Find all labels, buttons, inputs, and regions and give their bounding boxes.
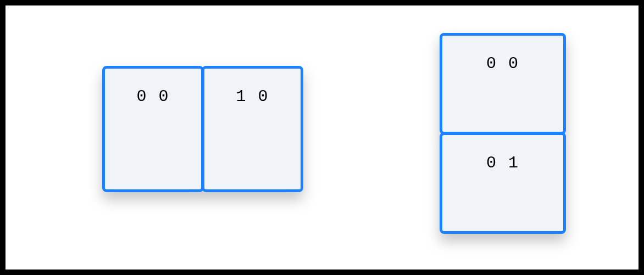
box-group-horizontal: 0 0 1 0 — [102, 66, 303, 192]
diagram-canvas: 0 0 1 0 0 0 0 1 — [5, 5, 639, 270]
grid-box: 1 0 — [202, 66, 303, 192]
box-group-vertical: 0 0 0 1 — [440, 33, 566, 234]
grid-box: 0 1 — [440, 132, 566, 234]
box-coordinate-label: 1 0 — [236, 87, 269, 106]
box-coordinate-label: 0 0 — [486, 54, 519, 73]
grid-box: 0 0 — [102, 66, 204, 192]
box-coordinate-label: 0 0 — [136, 87, 169, 106]
box-coordinate-label: 0 1 — [486, 154, 519, 172]
grid-box: 0 0 — [440, 33, 566, 134]
